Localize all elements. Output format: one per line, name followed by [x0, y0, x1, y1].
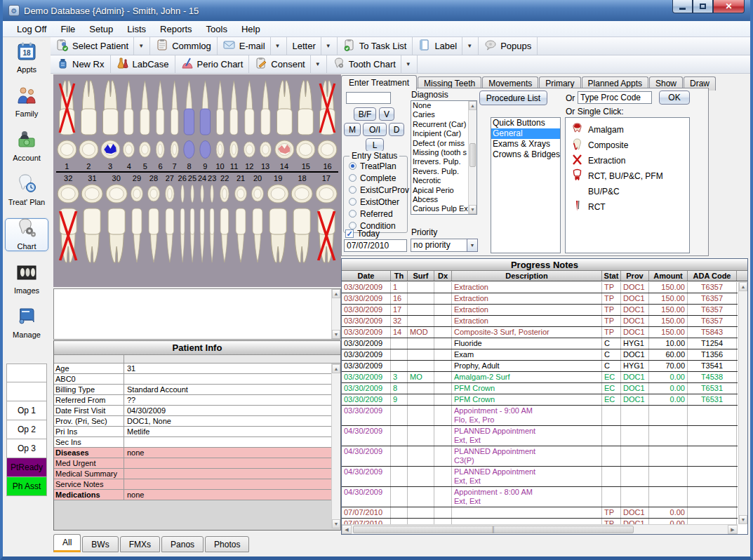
column-header-prov[interactable]: Prov — [621, 271, 649, 281]
toolbar-button-popups[interactable]: Popups — [479, 37, 538, 55]
menu-item-lists[interactable]: Lists — [120, 22, 153, 36]
tooth-number-30[interactable]: 30 — [105, 173, 128, 182]
tooth-facial-4[interactable] — [121, 78, 137, 138]
column-header-stat[interactable]: Stat — [602, 271, 621, 281]
tooth-number-11[interactable]: 11 — [227, 161, 241, 171]
toolbar-button-commlog[interactable]: Commlog — [150, 37, 218, 55]
progress-notes-table[interactable]: 03/30/20091ExtractionTPDOC1150.00T635703… — [342, 282, 738, 524]
tooth-occlusal-22[interactable] — [217, 182, 232, 206]
toolbar-button-label[interactable]: Label▼ — [413, 37, 479, 55]
tooth-facial-6[interactable] — [153, 78, 168, 138]
image-tab-panos[interactable]: Panos — [161, 536, 204, 552]
tooth-facial-1[interactable] — [56, 78, 78, 138]
tooth-number-8[interactable]: 8 — [181, 161, 197, 171]
single-click-rct[interactable]: RCT — [566, 199, 689, 215]
diagnosis-option-carious-pulp-ex[interactable]: Carious Pulp Ex — [411, 204, 468, 213]
tooth-facial-25[interactable] — [187, 206, 197, 266]
patient-info-scrollbar[interactable]: ▲ ▼ — [331, 364, 340, 528]
scroll-down-icon[interactable]: ▼ — [739, 515, 747, 524]
tooth-occlusal-27[interactable] — [162, 182, 178, 206]
sidebar-module-family[interactable]: Family — [5, 86, 48, 119]
tooth-occlusal-2[interactable] — [78, 138, 100, 161]
scroll-down-icon[interactable]: ▼ — [332, 519, 340, 528]
surface-button-bf[interactable]: B/F — [354, 107, 376, 121]
sidebar-module-images[interactable]: Images — [5, 262, 48, 295]
today-checkbox[interactable]: ✓ — [345, 229, 354, 238]
operatory-cell-op-2[interactable]: Op 2 — [6, 420, 47, 439]
surface-button-d[interactable]: D — [389, 123, 404, 136]
operatory-cell-empty-0[interactable] — [6, 364, 47, 382]
table-row[interactable]: 04/30/2009PLANNED AppointmentExt, Ext — [342, 426, 738, 446]
table-row[interactable]: 03/30/200916ExtractionTPDOC1150.00T6357 — [342, 293, 738, 305]
diagnosis-option-caries[interactable]: Caries — [411, 110, 468, 119]
diagnosis-option-recurrent-car[interactable]: Recurrent (Car) — [411, 120, 468, 129]
column-header-date[interactable]: Date — [342, 271, 391, 281]
table-row[interactable]: 03/30/200914MODComposite-3 Surf, Posteri… — [342, 327, 738, 338]
proc-quick-entry-input[interactable] — [346, 92, 391, 104]
chevron-down-icon[interactable]: ▼ — [133, 37, 144, 55]
toolbar-button-consent[interactable]: Consent▼ — [249, 55, 326, 73]
table-row[interactable]: 07/07/2010TPDOC10.00 — [342, 519, 738, 524]
scroll-thumb[interactable] — [469, 143, 476, 167]
tooth-occlusal-9[interactable] — [197, 138, 213, 161]
operatory-cell-op-3[interactable]: Op 3 — [6, 439, 47, 458]
tooth-facial-3[interactable] — [100, 78, 121, 138]
operatory-cell-op-1[interactable]: Op 1 — [6, 401, 47, 420]
tooth-occlusal-11[interactable] — [227, 138, 241, 161]
table-row[interactable]: 04/30/2009PLANNED AppointmentC3(P) — [342, 446, 738, 467]
tooth-facial-19[interactable] — [266, 206, 290, 266]
tooth-facial-5[interactable] — [137, 78, 153, 138]
table-row[interactable]: 03/30/2009FluorideCHYG110.00T1254 — [342, 338, 738, 349]
sidebar-module-manage[interactable]: Manage — [5, 307, 48, 340]
radio-treatplan[interactable]: TreatPlan — [344, 160, 407, 172]
scroll-up-icon[interactable]: ▲ — [469, 101, 477, 110]
table-row[interactable]: 03/30/2009Prophy, AdultCHYG170.00T3541 — [342, 361, 738, 372]
tooth-occlusal-7[interactable] — [168, 138, 181, 161]
quick-button-exams-xrays[interactable]: Exams & Xrays — [491, 139, 560, 149]
image-tab-bws[interactable]: BWs — [82, 536, 118, 552]
scroll-up-icon[interactable]: ▲ — [332, 289, 340, 298]
tooth-number-25[interactable]: 25 — [187, 173, 197, 182]
radio-referred[interactable]: Referred — [344, 208, 407, 220]
tooth-number-31[interactable]: 31 — [80, 173, 104, 182]
image-tab-fmxs[interactable]: FMXs — [120, 536, 160, 552]
single-click-bu-p-c[interactable]: BU/P&C — [566, 184, 689, 199]
column-header-dx[interactable]: Dx — [434, 271, 452, 281]
tooth-number-18[interactable]: 18 — [290, 173, 314, 182]
scroll-right-icon[interactable]: ▶ — [728, 525, 738, 534]
tooth-number-15[interactable]: 15 — [295, 161, 316, 171]
tooth-facial-23[interactable] — [207, 206, 217, 266]
notes-scrollbar[interactable]: ▲ ▼ — [331, 289, 340, 339]
single-click-rct-bu-p-c-pfm[interactable]: RCT, BU/P&C, PFM — [566, 168, 689, 184]
chevron-down-icon[interactable]: ▼ — [462, 37, 472, 55]
tooth-number-12[interactable]: 12 — [241, 161, 258, 171]
tooth-occlusal-12[interactable] — [241, 138, 258, 161]
tooth-number-1[interactable]: 1 — [56, 161, 78, 171]
tooth-occlusal-16[interactable] — [316, 138, 338, 161]
radio-complete[interactable]: Complete — [344, 172, 407, 184]
tooth-number-10[interactable]: 10 — [213, 161, 227, 171]
tooth-number-4[interactable]: 4 — [121, 161, 137, 171]
table-row[interactable]: 03/30/20091ExtractionTPDOC1150.00T6357 — [342, 282, 738, 293]
close-button[interactable]: ✕ — [713, 0, 745, 13]
tooth-facial-8[interactable] — [181, 78, 197, 138]
tooth-facial-28[interactable] — [145, 206, 162, 266]
menu-item-reports[interactable]: Reports — [153, 22, 199, 36]
column-header-amount[interactable]: Amount — [649, 271, 688, 281]
tooth-facial-9[interactable] — [197, 78, 213, 138]
quick-buttons-listbox[interactable]: Quick ButtonsGeneralExams & XraysCrowns … — [491, 117, 561, 253]
table-row[interactable]: 04/30/2009Appointment - 8:00 AMExt, Ext — [342, 487, 738, 507]
surface-button-m[interactable]: M — [344, 123, 361, 136]
sidebar-module-account[interactable]: Account — [5, 130, 48, 163]
menu-item-file[interactable]: File — [53, 22, 82, 36]
tooth-number-2[interactable]: 2 — [78, 161, 100, 171]
tooth-number-26[interactable]: 26 — [178, 173, 187, 182]
tooth-occlusal-17[interactable] — [314, 182, 338, 206]
tooth-chart-canvas[interactable]: 1234567891011121314151632313029282726252… — [53, 74, 341, 287]
chevron-down-icon[interactable]: ▼ — [270, 37, 281, 55]
tooth-occlusal-4[interactable] — [121, 138, 137, 161]
table-row[interactable]: 07/07/2010TPDOC10.00 — [342, 507, 738, 519]
table-row[interactable]: 03/30/20098PFM CrownECDOC10.00T6531 — [342, 383, 738, 394]
tooth-facial-20[interactable] — [249, 206, 266, 266]
tooth-facial-15[interactable] — [295, 78, 316, 138]
